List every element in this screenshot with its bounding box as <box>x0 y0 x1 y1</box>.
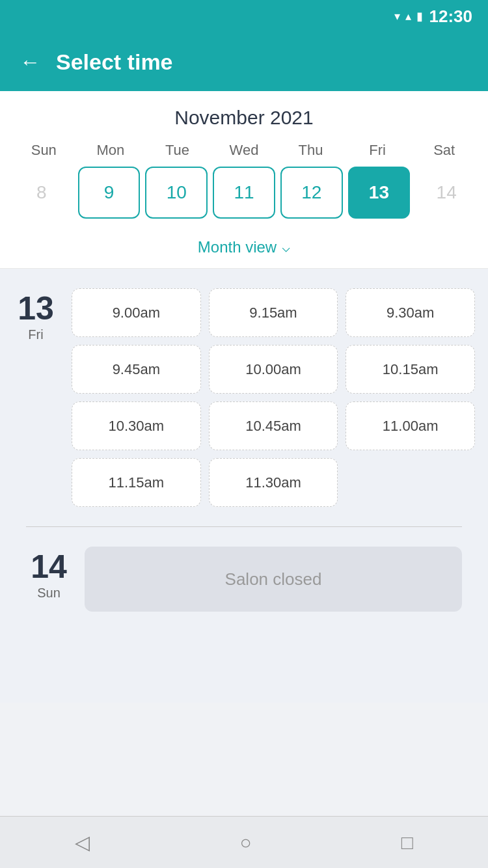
back-button[interactable]: ← <box>20 51 40 72</box>
signal-icon: ▴ <box>405 9 411 23</box>
day-block-13: 13 Fri 9.00am 9.15am 9.30am 9.45am 10.00… <box>13 288 475 507</box>
weekday-mon: Mon <box>77 142 144 159</box>
slots-grid-13: 9.00am 9.15am 9.30am 9.45am 10.00am 10.1… <box>72 288 475 507</box>
home-nav-button[interactable]: ○ <box>239 832 251 854</box>
salon-closed-box: Salon closed <box>85 547 462 612</box>
day-block-14: 14 Sun Salon closed <box>13 547 475 631</box>
salon-closed-text: Salon closed <box>225 569 322 590</box>
dates-row: 8 9 10 11 12 13 14 <box>10 167 478 229</box>
time-slot-1100[interactable]: 11.00am <box>346 401 475 450</box>
time-slot-945[interactable]: 9.45am <box>72 345 201 394</box>
date-cell-13[interactable]: 13 <box>348 167 411 219</box>
time-slot-1130[interactable]: 11.30am <box>209 458 338 507</box>
weekday-wed: Wed <box>211 142 278 159</box>
bottom-nav: ◁ ○ □ <box>0 816 488 868</box>
weekday-fri: Fri <box>344 142 411 159</box>
date-cell-14[interactable]: 14 <box>415 167 478 219</box>
day-label-13: 13 Fri <box>13 288 59 507</box>
date-cell-8[interactable]: 8 <box>10 167 73 219</box>
time-slot-1000[interactable]: 10.00am <box>209 345 338 394</box>
date-cell-12[interactable]: 12 <box>280 167 343 219</box>
back-nav-button[interactable]: ◁ <box>75 831 90 854</box>
time-slot-900[interactable]: 9.00am <box>72 288 201 337</box>
time-slot-930[interactable]: 9.30am <box>346 288 475 337</box>
day-label-14: 14 Sun <box>26 547 72 612</box>
day-number-14: 14 <box>31 550 67 583</box>
time-slot-1030[interactable]: 10.30am <box>72 401 201 450</box>
weekday-sat: Sat <box>411 142 478 159</box>
date-cell-11[interactable]: 11 <box>213 167 275 219</box>
page-title: Select time <box>56 49 173 75</box>
day-name-13: Fri <box>28 327 43 342</box>
month-view-label: Month view <box>198 238 277 256</box>
weekday-thu: Thu <box>277 142 344 159</box>
time-slot-1115[interactable]: 11.15am <box>72 458 201 507</box>
weekday-row: Sun Mon Tue Wed Thu Fri Sat <box>10 142 478 159</box>
month-view-toggle[interactable]: Month view ⌵ <box>0 229 488 269</box>
recent-nav-button[interactable]: □ <box>401 832 413 854</box>
weekday-tue: Tue <box>144 142 211 159</box>
calendar-section: November 2021 Sun Mon Tue Wed Thu Fri Sa… <box>0 91 488 229</box>
month-title: November 2021 <box>10 107 478 129</box>
section-divider <box>26 526 462 527</box>
time-slot-1045[interactable]: 10.45am <box>209 401 338 450</box>
status-icons: ▾ ▴ ▮ <box>394 9 423 23</box>
status-time: 12:30 <box>429 7 473 27</box>
wifi-icon: ▾ <box>394 9 400 23</box>
weekday-sun: Sun <box>10 142 77 159</box>
time-slot-1015[interactable]: 10.15am <box>346 345 475 394</box>
battery-icon: ▮ <box>416 9 423 23</box>
app-header: ← Select time <box>0 33 488 91</box>
date-cell-10[interactable]: 10 <box>145 167 208 219</box>
chevron-down-icon: ⌵ <box>282 239 290 256</box>
day-number-13: 13 <box>18 292 54 325</box>
time-section: 13 Fri 9.00am 9.15am 9.30am 9.45am 10.00… <box>0 269 488 651</box>
date-cell-9[interactable]: 9 <box>78 167 141 219</box>
status-bar: ▾ ▴ ▮ 12:30 <box>0 0 488 33</box>
day-name-14: Sun <box>37 586 61 601</box>
time-slot-915[interactable]: 9.15am <box>209 288 338 337</box>
